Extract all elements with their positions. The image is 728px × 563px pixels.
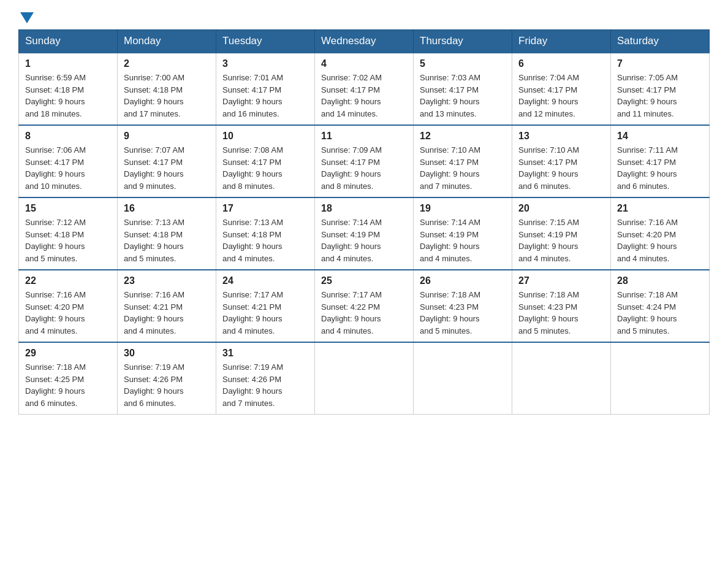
calendar-header-row: SundayMondayTuesdayWednesdayThursdayFrid… — [19, 30, 710, 53]
day-of-week-header: Saturday — [611, 30, 710, 53]
calendar-day-cell: 15 Sunrise: 7:12 AM Sunset: 4:18 PM Dayl… — [19, 197, 118, 270]
day-number: 23 — [124, 275, 210, 286]
calendar-day-cell: 6 Sunrise: 7:04 AM Sunset: 4:17 PM Dayli… — [512, 53, 611, 125]
day-number: 1 — [25, 58, 111, 69]
calendar-week-row: 1 Sunrise: 6:59 AM Sunset: 4:18 PM Dayli… — [19, 53, 710, 125]
day-number: 21 — [617, 203, 703, 214]
day-number: 9 — [124, 131, 210, 142]
day-number: 28 — [617, 275, 703, 286]
day-number: 13 — [518, 131, 604, 142]
day-of-week-header: Friday — [512, 30, 611, 53]
day-number: 6 — [518, 58, 604, 69]
day-number: 26 — [420, 275, 506, 286]
day-info: Sunrise: 7:05 AM Sunset: 4:17 PM Dayligh… — [617, 72, 703, 120]
day-number: 8 — [25, 131, 111, 142]
day-info: Sunrise: 7:10 AM Sunset: 4:17 PM Dayligh… — [518, 144, 604, 192]
calendar-day-cell: 13 Sunrise: 7:10 AM Sunset: 4:17 PM Dayl… — [512, 125, 611, 197]
day-of-week-header: Sunday — [19, 30, 118, 53]
day-number: 19 — [420, 203, 506, 214]
day-info: Sunrise: 6:59 AM Sunset: 4:18 PM Dayligh… — [25, 72, 111, 120]
calendar-day-cell: 22 Sunrise: 7:16 AM Sunset: 4:20 PM Dayl… — [19, 270, 118, 342]
calendar-day-cell: 19 Sunrise: 7:14 AM Sunset: 4:19 PM Dayl… — [414, 197, 512, 270]
day-number: 27 — [518, 275, 604, 286]
calendar-table: SundayMondayTuesdayWednesdayThursdayFrid… — [18, 29, 710, 415]
day-info: Sunrise: 7:19 AM Sunset: 4:26 PM Dayligh… — [124, 361, 210, 409]
calendar-week-row: 29 Sunrise: 7:18 AM Sunset: 4:25 PM Dayl… — [19, 342, 710, 415]
calendar-day-cell: 29 Sunrise: 7:18 AM Sunset: 4:25 PM Dayl… — [19, 342, 118, 415]
calendar-day-cell: 7 Sunrise: 7:05 AM Sunset: 4:17 PM Dayli… — [611, 53, 710, 125]
day-info: Sunrise: 7:14 AM Sunset: 4:19 PM Dayligh… — [420, 216, 506, 264]
calendar-day-cell: 27 Sunrise: 7:18 AM Sunset: 4:23 PM Dayl… — [512, 270, 611, 342]
calendar-day-cell: 17 Sunrise: 7:13 AM Sunset: 4:18 PM Dayl… — [216, 197, 315, 270]
day-number: 2 — [124, 58, 210, 69]
day-info: Sunrise: 7:09 AM Sunset: 4:17 PM Dayligh… — [321, 144, 407, 192]
calendar-week-row: 15 Sunrise: 7:12 AM Sunset: 4:18 PM Dayl… — [19, 197, 710, 270]
calendar-day-cell — [414, 342, 512, 415]
day-info: Sunrise: 7:10 AM Sunset: 4:17 PM Dayligh… — [420, 144, 506, 192]
calendar-day-cell: 9 Sunrise: 7:07 AM Sunset: 4:17 PM Dayli… — [118, 125, 216, 197]
day-number: 11 — [321, 131, 407, 142]
day-info: Sunrise: 7:04 AM Sunset: 4:17 PM Dayligh… — [518, 72, 604, 120]
day-info: Sunrise: 7:07 AM Sunset: 4:17 PM Dayligh… — [124, 144, 210, 192]
day-number: 7 — [617, 58, 703, 69]
day-of-week-header: Wednesday — [315, 30, 414, 53]
day-info: Sunrise: 7:16 AM Sunset: 4:20 PM Dayligh… — [25, 289, 111, 337]
day-info: Sunrise: 7:02 AM Sunset: 4:17 PM Dayligh… — [321, 72, 407, 120]
day-of-week-header: Thursday — [414, 30, 512, 53]
page-header — [18, 12, 710, 23]
calendar-day-cell: 26 Sunrise: 7:18 AM Sunset: 4:23 PM Dayl… — [414, 270, 512, 342]
day-number: 29 — [25, 348, 111, 359]
svg-marker-0 — [20, 12, 34, 23]
day-info: Sunrise: 7:18 AM Sunset: 4:23 PM Dayligh… — [420, 289, 506, 337]
calendar-day-cell: 25 Sunrise: 7:17 AM Sunset: 4:22 PM Dayl… — [315, 270, 414, 342]
calendar-day-cell: 28 Sunrise: 7:18 AM Sunset: 4:24 PM Dayl… — [611, 270, 710, 342]
day-info: Sunrise: 7:06 AM Sunset: 4:17 PM Dayligh… — [25, 144, 111, 192]
calendar-day-cell: 3 Sunrise: 7:01 AM Sunset: 4:17 PM Dayli… — [216, 53, 315, 125]
logo-icon — [20, 12, 34, 23]
calendar-day-cell: 2 Sunrise: 7:00 AM Sunset: 4:18 PM Dayli… — [118, 53, 216, 125]
day-info: Sunrise: 7:17 AM Sunset: 4:22 PM Dayligh… — [321, 289, 407, 337]
day-number: 31 — [222, 348, 308, 359]
calendar-day-cell: 4 Sunrise: 7:02 AM Sunset: 4:17 PM Dayli… — [315, 53, 414, 125]
day-info: Sunrise: 7:15 AM Sunset: 4:19 PM Dayligh… — [518, 216, 604, 264]
day-number: 25 — [321, 275, 407, 286]
day-number: 5 — [420, 58, 506, 69]
day-info: Sunrise: 7:13 AM Sunset: 4:18 PM Dayligh… — [222, 216, 308, 264]
calendar-day-cell: 14 Sunrise: 7:11 AM Sunset: 4:17 PM Dayl… — [611, 125, 710, 197]
day-info: Sunrise: 7:16 AM Sunset: 4:20 PM Dayligh… — [617, 216, 703, 264]
day-info: Sunrise: 7:14 AM Sunset: 4:19 PM Dayligh… — [321, 216, 407, 264]
day-number: 24 — [222, 275, 308, 286]
day-info: Sunrise: 7:18 AM Sunset: 4:24 PM Dayligh… — [617, 289, 703, 337]
day-info: Sunrise: 7:12 AM Sunset: 4:18 PM Dayligh… — [25, 216, 111, 264]
day-number: 22 — [25, 275, 111, 286]
day-number: 18 — [321, 203, 407, 214]
calendar-day-cell: 30 Sunrise: 7:19 AM Sunset: 4:26 PM Dayl… — [118, 342, 216, 415]
calendar-day-cell: 31 Sunrise: 7:19 AM Sunset: 4:26 PM Dayl… — [216, 342, 315, 415]
calendar-week-row: 22 Sunrise: 7:16 AM Sunset: 4:20 PM Dayl… — [19, 270, 710, 342]
day-info: Sunrise: 7:13 AM Sunset: 4:18 PM Dayligh… — [124, 216, 210, 264]
day-info: Sunrise: 7:19 AM Sunset: 4:26 PM Dayligh… — [222, 361, 308, 409]
calendar-week-row: 8 Sunrise: 7:06 AM Sunset: 4:17 PM Dayli… — [19, 125, 710, 197]
day-info: Sunrise: 7:18 AM Sunset: 4:23 PM Dayligh… — [518, 289, 604, 337]
day-info: Sunrise: 7:16 AM Sunset: 4:21 PM Dayligh… — [124, 289, 210, 337]
calendar-day-cell: 23 Sunrise: 7:16 AM Sunset: 4:21 PM Dayl… — [118, 270, 216, 342]
day-number: 17 — [222, 203, 308, 214]
calendar-day-cell: 24 Sunrise: 7:17 AM Sunset: 4:21 PM Dayl… — [216, 270, 315, 342]
calendar-day-cell: 1 Sunrise: 6:59 AM Sunset: 4:18 PM Dayli… — [19, 53, 118, 125]
day-info: Sunrise: 7:17 AM Sunset: 4:21 PM Dayligh… — [222, 289, 308, 337]
day-number: 4 — [321, 58, 407, 69]
calendar-day-cell: 11 Sunrise: 7:09 AM Sunset: 4:17 PM Dayl… — [315, 125, 414, 197]
calendar-day-cell — [315, 342, 414, 415]
calendar-day-cell — [611, 342, 710, 415]
calendar-day-cell: 12 Sunrise: 7:10 AM Sunset: 4:17 PM Dayl… — [414, 125, 512, 197]
day-info: Sunrise: 7:11 AM Sunset: 4:17 PM Dayligh… — [617, 144, 703, 192]
calendar-day-cell: 8 Sunrise: 7:06 AM Sunset: 4:17 PM Dayli… — [19, 125, 118, 197]
day-number: 16 — [124, 203, 210, 214]
day-number: 10 — [222, 131, 308, 142]
calendar-day-cell: 10 Sunrise: 7:08 AM Sunset: 4:17 PM Dayl… — [216, 125, 315, 197]
calendar-day-cell: 16 Sunrise: 7:13 AM Sunset: 4:18 PM Dayl… — [118, 197, 216, 270]
day-number: 14 — [617, 131, 703, 142]
calendar-day-cell: 5 Sunrise: 7:03 AM Sunset: 4:17 PM Dayli… — [414, 53, 512, 125]
day-of-week-header: Monday — [118, 30, 216, 53]
calendar-day-cell — [512, 342, 611, 415]
